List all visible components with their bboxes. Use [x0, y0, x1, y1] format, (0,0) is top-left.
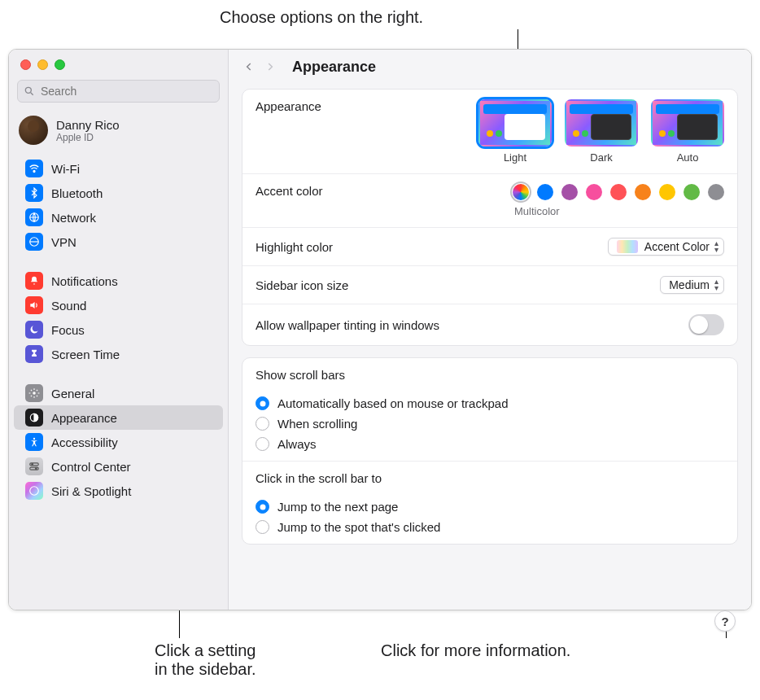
scrollbars-radio-auto[interactable]: Automatically based on mouse or trackpad — [256, 396, 508, 410]
sidebar-item-label: Siri & Spotlight — [51, 484, 131, 498]
bell-icon — [25, 272, 43, 290]
vpn-icon — [25, 233, 43, 251]
forward-button[interactable] — [261, 58, 279, 76]
sidebar-item-vpn[interactable]: VPN — [14, 230, 223, 254]
svg-point-11 — [35, 468, 37, 470]
hourglass-icon — [25, 345, 43, 363]
settings-window: Danny Rico Apple ID Wi-Fi Bluetooth — [8, 49, 752, 610]
accent-blue[interactable] — [537, 184, 553, 200]
sidebar-item-label: Bluetooth — [51, 186, 103, 200]
chevron-updown-icon: ▴▾ — [714, 278, 719, 291]
wifi-icon — [25, 160, 43, 177]
radio-label: Jump to the spot that's clicked — [277, 520, 440, 534]
panel-appearance: Appearance Light — [242, 89, 738, 346]
svg-point-0 — [25, 87, 31, 93]
scrollclick-title: Click in the scroll bar to — [256, 471, 382, 485]
sidebar-item-wifi[interactable]: Wi-Fi — [14, 156, 223, 181]
appearance-option-auto[interactable]: Auto — [651, 99, 724, 164]
chevron-updown-icon: ▴▾ — [714, 240, 719, 253]
appearance-option-label: Dark — [590, 151, 612, 164]
sidebar-icon-size-select[interactable]: Medium ▴▾ — [660, 276, 724, 294]
appearance-option-light[interactable]: Light — [478, 99, 552, 164]
radio-label: Automatically based on mouse or trackpad — [277, 396, 508, 410]
accent-multicolor[interactable] — [513, 184, 529, 200]
sidebar-item-label: Network — [51, 211, 96, 225]
toggles-icon — [25, 457, 43, 475]
accent-orange[interactable] — [635, 184, 651, 200]
search-icon — [24, 85, 35, 97]
row-label-tinting: Allow wallpaper tinting in windows — [256, 318, 679, 332]
sidebar-item-accessibility[interactable]: Accessibility — [14, 430, 223, 454]
appearance-thumb-auto — [651, 99, 724, 147]
search-input[interactable] — [17, 80, 220, 103]
appearance-option-dark[interactable]: Dark — [565, 99, 638, 164]
back-button[interactable] — [240, 58, 258, 76]
accessibility-icon — [25, 433, 43, 451]
close-icon[interactable] — [20, 59, 31, 70]
sidebar-item-bluetooth[interactable]: Bluetooth — [14, 181, 223, 205]
moon-icon — [25, 321, 43, 339]
scrollclick-radio-group: Jump to the next page Jump to the spot t… — [256, 498, 440, 534]
zoom-icon[interactable] — [55, 59, 65, 70]
globe-icon — [25, 208, 43, 226]
siri-icon — [25, 482, 43, 500]
accent-color-row — [513, 184, 724, 200]
scrollbars-radio-when-scrolling[interactable]: When scrolling — [256, 417, 508, 431]
content: Appearance Light — [229, 81, 751, 569]
svg-line-1 — [31, 93, 33, 95]
scrollbars-radio-group: Automatically based on mouse or trackpad… — [256, 395, 508, 451]
accent-yellow[interactable] — [659, 184, 675, 200]
account-name: Danny Rico — [56, 118, 120, 132]
accent-green[interactable] — [684, 184, 700, 200]
sidebar-item-screen-time[interactable]: Screen Time — [14, 342, 223, 366]
sidebar-item-label: Focus — [51, 323, 85, 337]
sidebar-item-notifications[interactable]: Notifications — [14, 269, 223, 293]
account-text: Danny Rico Apple ID — [56, 118, 120, 143]
accent-caption: Multicolor — [514, 205, 560, 217]
sidebar-item-appearance[interactable]: Appearance — [14, 405, 223, 430]
appearance-thumb-light — [478, 99, 552, 147]
sidebar-item-label: Accessibility — [51, 435, 118, 449]
radio-icon — [256, 396, 269, 410]
gear-icon — [25, 384, 43, 402]
accent-purple[interactable] — [561, 184, 578, 200]
sidebar-item-control-center[interactable]: Control Center — [14, 454, 223, 479]
page-title: Appearance — [292, 59, 376, 76]
window-controls — [9, 50, 228, 77]
appearance-options: Light Dark — [478, 99, 724, 164]
accent-pink[interactable] — [586, 184, 602, 200]
scrollbars-radio-always[interactable]: Always — [256, 437, 508, 451]
callout-bottom-left: Click a setting in the sidebar. — [155, 641, 256, 679]
minimize-icon[interactable] — [37, 59, 48, 70]
sidebar-item-sound[interactable]: Sound — [14, 293, 223, 317]
svg-point-10 — [32, 464, 33, 466]
help-button[interactable]: ? — [714, 610, 736, 632]
account-sub: Apple ID — [56, 132, 120, 143]
row-label-appearance: Appearance — [256, 99, 386, 113]
wallpaper-tinting-toggle[interactable] — [688, 314, 724, 335]
sidebar-item-label: Control Center — [51, 460, 131, 474]
sidebar-item-focus[interactable]: Focus — [14, 317, 223, 342]
row-label-highlight: Highlight color — [256, 240, 598, 254]
avatar — [19, 116, 48, 145]
scrollclick-radio-jump-spot[interactable]: Jump to the spot that's clicked — [256, 520, 440, 534]
search-field-wrap — [17, 80, 220, 103]
callout-top: Choose options on the right. — [220, 8, 423, 27]
svg-point-7 — [33, 438, 35, 440]
sidebar-item-network[interactable]: Network — [14, 205, 223, 230]
accent-red[interactable] — [610, 184, 627, 200]
sidebar-icon-size-value: Medium — [669, 278, 710, 291]
callout-bottom-right: Click for more information. — [381, 641, 570, 660]
radio-icon — [256, 437, 269, 451]
appearance-icon — [25, 409, 43, 427]
main-area: Appearance Appearance Light — [229, 50, 751, 610]
sidebar-item-siri-spotlight[interactable]: Siri & Spotlight — [14, 479, 223, 503]
appearance-option-label: Auto — [677, 151, 699, 164]
sidebar-item-label: Wi-Fi — [51, 162, 80, 176]
sidebar-item-general[interactable]: General — [14, 381, 223, 405]
scrollclick-radio-next-page[interactable]: Jump to the next page — [256, 500, 440, 514]
account-row[interactable]: Danny Rico Apple ID — [9, 109, 228, 153]
accent-graphite[interactable] — [708, 184, 724, 200]
highlight-color-select[interactable]: Accent Color ▴▾ — [608, 238, 724, 256]
svg-point-5 — [33, 392, 36, 395]
